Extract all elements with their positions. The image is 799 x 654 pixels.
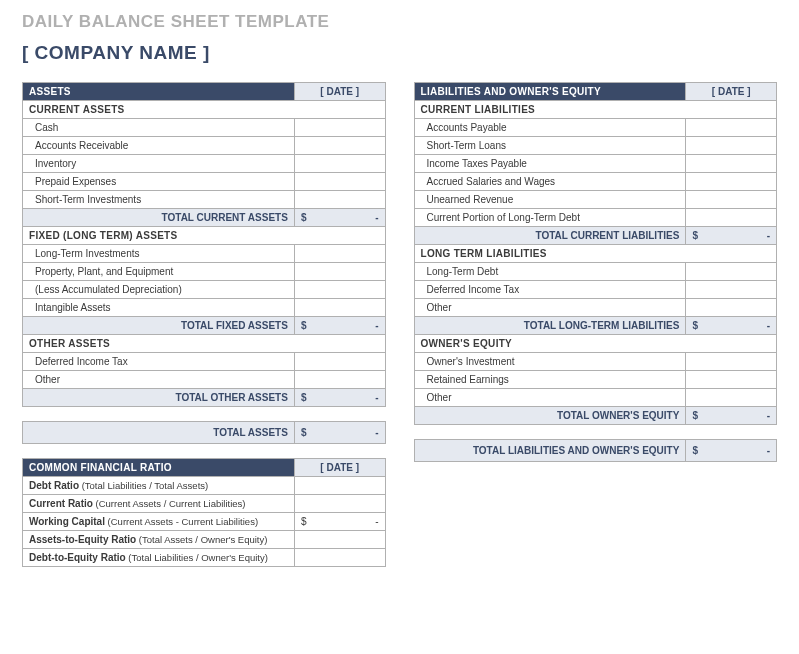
item-value <box>686 353 777 371</box>
ratio-label: Working Capital (Current Assets - Curren… <box>23 513 295 531</box>
assets-table: ASSETS [ DATE ] CURRENT ASSETS Cash Acco… <box>22 82 386 407</box>
ratio-header: COMMON FINANCIAL RATIO <box>23 459 295 477</box>
total-current-assets-value: $- <box>294 209 385 227</box>
item-value <box>686 371 777 389</box>
item-value <box>686 119 777 137</box>
ratio-label: Assets-to-Equity Ratio (Total Assets / O… <box>23 531 295 549</box>
total-current-liabilities-label: TOTAL CURRENT LIABILITIES <box>414 227 686 245</box>
company-name: [ COMPANY NAME ] <box>22 42 777 64</box>
item-value <box>686 173 777 191</box>
total-current-liabilities-value: $- <box>686 227 777 245</box>
liabilities-date: [ DATE ] <box>686 83 777 101</box>
item-value <box>686 281 777 299</box>
total-owners-equity-label: TOTAL OWNER'S EQUITY <box>414 407 686 425</box>
ratio-value <box>294 531 385 549</box>
item-label: Long-Term Debt <box>414 263 686 281</box>
item-label: Prepaid Expenses <box>23 173 295 191</box>
item-value <box>294 371 385 389</box>
ratio-value <box>294 495 385 513</box>
item-label: Current Portion of Long-Term Debt <box>414 209 686 227</box>
ratio-label: Current Ratio (Current Assets / Current … <box>23 495 295 513</box>
owners-equity-title: OWNER'S EQUITY <box>414 335 777 353</box>
item-value <box>294 281 385 299</box>
item-label: Income Taxes Payable <box>414 155 686 173</box>
total-other-assets-label: TOTAL OTHER ASSETS <box>23 389 295 407</box>
item-label: Intangible Assets <box>23 299 295 317</box>
item-label: Other <box>23 371 295 389</box>
ratio-label: Debt-to-Equity Ratio (Total Liabilities … <box>23 549 295 567</box>
item-value <box>294 155 385 173</box>
ratio-value: $- <box>294 513 385 531</box>
item-label: Long-Term Investments <box>23 245 295 263</box>
item-label: Cash <box>23 119 295 137</box>
current-liabilities-title: CURRENT LIABILITIES <box>414 101 777 119</box>
item-label: Accounts Payable <box>414 119 686 137</box>
liabilities-table: LIABILITIES AND OWNER'S EQUITY [ DATE ] … <box>414 82 778 425</box>
other-assets-title: OTHER ASSETS <box>23 335 386 353</box>
item-label: Inventory <box>23 155 295 173</box>
liabilities-column: LIABILITIES AND OWNER'S EQUITY [ DATE ] … <box>414 82 778 567</box>
ratio-value <box>294 549 385 567</box>
total-fixed-assets-label: TOTAL FIXED ASSETS <box>23 317 295 335</box>
item-label: Deferred Income Tax <box>414 281 686 299</box>
item-label: Deferred Income Tax <box>23 353 295 371</box>
total-assets-table: TOTAL ASSETS$- <box>22 421 386 444</box>
item-value <box>294 299 385 317</box>
total-assets-label: TOTAL ASSETS <box>23 422 295 444</box>
ratio-table: COMMON FINANCIAL RATIO [ DATE ] Debt Rat… <box>22 458 386 567</box>
total-assets-value: $- <box>294 422 385 444</box>
item-label: Short-Term Investments <box>23 191 295 209</box>
total-long-term-liabilities-value: $- <box>686 317 777 335</box>
liabilities-header: LIABILITIES AND OWNER'S EQUITY <box>414 83 686 101</box>
item-label: Unearned Revenue <box>414 191 686 209</box>
total-other-assets-value: $- <box>294 389 385 407</box>
item-label: Property, Plant, and Equipment <box>23 263 295 281</box>
item-value <box>294 191 385 209</box>
ratio-label: Debt Ratio (Total Liabilities / Total As… <box>23 477 295 495</box>
total-liab-equity-value: $- <box>686 440 777 462</box>
item-value <box>294 137 385 155</box>
item-value <box>686 209 777 227</box>
assets-header: ASSETS <box>23 83 295 101</box>
item-value <box>294 245 385 263</box>
item-label: Accounts Receivable <box>23 137 295 155</box>
item-value <box>686 263 777 281</box>
current-assets-title: CURRENT ASSETS <box>23 101 386 119</box>
total-long-term-liabilities-label: TOTAL LONG-TERM LIABILITIES <box>414 317 686 335</box>
item-label: Other <box>414 299 686 317</box>
item-label: Other <box>414 389 686 407</box>
item-label: Accrued Salaries and Wages <box>414 173 686 191</box>
item-value <box>686 137 777 155</box>
item-label: (Less Accumulated Depreciation) <box>23 281 295 299</box>
item-value <box>686 389 777 407</box>
ratio-date: [ DATE ] <box>294 459 385 477</box>
fixed-assets-title: FIXED (LONG TERM) ASSETS <box>23 227 386 245</box>
total-owners-equity-value: $- <box>686 407 777 425</box>
assets-column: ASSETS [ DATE ] CURRENT ASSETS Cash Acco… <box>22 82 386 567</box>
doc-title: DAILY BALANCE SHEET TEMPLATE <box>22 12 777 32</box>
item-value <box>294 353 385 371</box>
total-current-assets-label: TOTAL CURRENT ASSETS <box>23 209 295 227</box>
item-value <box>294 119 385 137</box>
total-liab-equity-label: TOTAL LIABILITIES AND OWNER'S EQUITY <box>414 440 686 462</box>
item-label: Owner's Investment <box>414 353 686 371</box>
item-value <box>686 191 777 209</box>
item-label: Retained Earnings <box>414 371 686 389</box>
item-value <box>294 263 385 281</box>
item-label: Short-Term Loans <box>414 137 686 155</box>
long-term-liabilities-title: LONG TERM LIABILITIES <box>414 245 777 263</box>
item-value <box>294 173 385 191</box>
item-value <box>686 299 777 317</box>
total-liab-equity-table: TOTAL LIABILITIES AND OWNER'S EQUITY$- <box>414 439 778 462</box>
item-value <box>686 155 777 173</box>
total-fixed-assets-value: $- <box>294 317 385 335</box>
assets-date: [ DATE ] <box>294 83 385 101</box>
ratio-value <box>294 477 385 495</box>
